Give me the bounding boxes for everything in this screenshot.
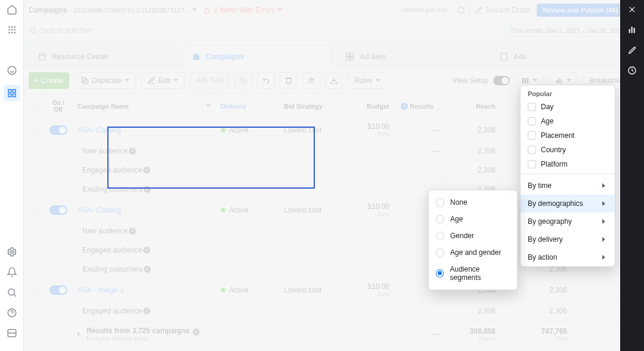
info-icon[interactable]: i: [143, 167, 150, 174]
svg-rect-43: [559, 78, 560, 83]
row-checkbox[interactable]: [30, 126, 38, 134]
panel-icon[interactable]: [6, 327, 18, 339]
duplicate-button[interactable]: Duplicate: [74, 72, 136, 89]
date-range-picker[interactable]: This month: Jan 1, 2021 - Jan 26, 2021: [504, 24, 639, 37]
emoji-icon[interactable]: [6, 64, 18, 76]
search-input[interactable]: Search and filter: [29, 26, 92, 35]
breakdown-popular-item[interactable]: Placement: [521, 128, 615, 143]
segment-label: New audience: [82, 147, 128, 155]
breakdown-group-item[interactable]: By geography: [521, 213, 615, 230]
grid-icon[interactable]: [4, 85, 20, 101]
radio-icon: [436, 269, 444, 278]
row-toggle[interactable]: [49, 205, 67, 215]
info-icon[interactable]: i: [144, 186, 151, 193]
svg-rect-49: [634, 28, 635, 33]
select-all-checkbox[interactable]: [30, 102, 38, 110]
info-icon[interactable]: i: [143, 307, 150, 315]
refresh-icon[interactable]: [453, 2, 469, 18]
breakdown-popular-item[interactable]: Day: [521, 100, 615, 114]
col-reach[interactable]: Reach: [445, 94, 501, 118]
tab-campaigns[interactable]: Campaigns: [182, 45, 332, 67]
svg-rect-39: [522, 78, 524, 83]
campaign-link[interactable]: ASA - Image 1: [78, 286, 123, 294]
svg-rect-48: [631, 27, 633, 33]
row-checkbox[interactable]: [30, 286, 38, 294]
help-icon[interactable]: [6, 307, 18, 319]
demographics-option[interactable]: Gender: [429, 227, 517, 244]
updated-label: Updated just now: [401, 7, 447, 13]
col-name[interactable]: Campaign Name: [73, 94, 216, 118]
right-utility-rail: [620, 0, 644, 351]
svg-rect-33: [501, 53, 507, 60]
demographics-option[interactable]: Audience segments: [429, 261, 517, 286]
demographics-option[interactable]: None: [429, 194, 517, 211]
clock-icon[interactable]: [626, 64, 638, 76]
search-bar: Search and filter This month: Jan 1, 202…: [24, 20, 644, 41]
breakdown-popular-item[interactable]: Country: [521, 143, 615, 157]
col-budget[interactable]: Budget: [339, 94, 395, 118]
col-results[interactable]: i Results: [395, 94, 445, 118]
totals-row: Results from 3,725 campaigns i Excludes …: [24, 321, 644, 347]
radio-icon: [436, 232, 444, 240]
gear-icon[interactable]: [6, 246, 18, 258]
bell-icon[interactable]: [6, 266, 18, 278]
edit-button[interactable]: Edit: [141, 72, 185, 89]
row-toggle[interactable]: [49, 125, 67, 135]
create-button[interactable]: + Create: [29, 72, 69, 89]
rules-button[interactable]: Rules: [348, 72, 387, 89]
expand-icon[interactable]: [78, 332, 83, 337]
export-icon[interactable]: [325, 72, 343, 89]
tag-icon[interactable]: [234, 72, 252, 89]
col-onoff[interactable]: On / Off: [44, 94, 73, 118]
trash-icon[interactable]: [280, 72, 298, 89]
breakdown-group-item[interactable]: By action: [521, 248, 615, 266]
svg-rect-30: [351, 53, 354, 56]
discard-drafts-button[interactable]: Discard Drafts: [475, 6, 531, 14]
svg-point-37: [309, 78, 311, 80]
col-delivery[interactable]: Delivery↑: [216, 94, 279, 118]
col-bid[interactable]: Bid Strategy: [279, 94, 339, 118]
campaign-link[interactable]: ASA- Catalog: [78, 126, 121, 134]
tab-ads[interactable]: Ads: [490, 45, 639, 67]
info-icon[interactable]: i: [144, 266, 151, 273]
svg-point-23: [30, 27, 35, 32]
breakdown-popular-item[interactable]: Platform: [521, 157, 615, 171]
view-setup-toggle[interactable]: [493, 76, 510, 85]
radio-icon: [436, 215, 444, 223]
table-row: Engaged audience i2,3062,306: [24, 302, 644, 321]
svg-rect-42: [556, 79, 558, 83]
chevron-right-icon: [602, 219, 608, 224]
chart-icon[interactable]: [626, 24, 638, 36]
tab-adsets[interactable]: Ad Sets: [336, 45, 485, 67]
review-publish-button[interactable]: Review and Publish (46): [537, 4, 624, 17]
row-checkbox[interactable]: [30, 206, 38, 214]
info-icon[interactable]: i: [143, 247, 150, 254]
account-selector[interactable]: 18823498723489761G (12903873127...: [73, 7, 197, 14]
row-toggle[interactable]: [49, 285, 67, 295]
radio-icon: [436, 198, 444, 207]
campaign-link[interactable]: ASA- Catalog: [78, 206, 121, 214]
breakdown-group-item[interactable]: By time: [521, 177, 615, 195]
tab-resource-center[interactable]: Resource Center: [29, 45, 178, 67]
demographics-option[interactable]: Age and gender: [429, 244, 517, 261]
breakdown-group-item[interactable]: By delivery: [521, 230, 615, 248]
table-row: ASA - Image 1ActiveLowest cost$10.00Dail…: [24, 279, 644, 301]
segment-label: Existing customers: [82, 185, 143, 193]
breakdown-group-item[interactable]: By demographics: [521, 195, 615, 213]
info-icon[interactable]: i: [129, 227, 136, 235]
undo-icon[interactable]: [257, 72, 275, 89]
breakdown-popular-label: Popular: [521, 85, 615, 100]
breakdown-popular-item[interactable]: Age: [521, 114, 615, 128]
people-icon[interactable]: [302, 72, 320, 89]
svg-rect-44: [561, 79, 562, 84]
abtest-button[interactable]: A/B Test: [190, 72, 229, 89]
home-icon[interactable]: [6, 4, 18, 16]
errors-chip[interactable]: 2 Items With Errors: [203, 6, 282, 14]
pencil-icon[interactable]: [626, 44, 638, 56]
apps-icon[interactable]: [6, 24, 18, 36]
svg-line-24: [35, 32, 36, 33]
close-icon[interactable]: [626, 4, 638, 16]
search-icon[interactable]: [6, 287, 18, 298]
demographics-option[interactable]: Age: [429, 211, 517, 227]
info-icon[interactable]: i: [129, 147, 136, 155]
